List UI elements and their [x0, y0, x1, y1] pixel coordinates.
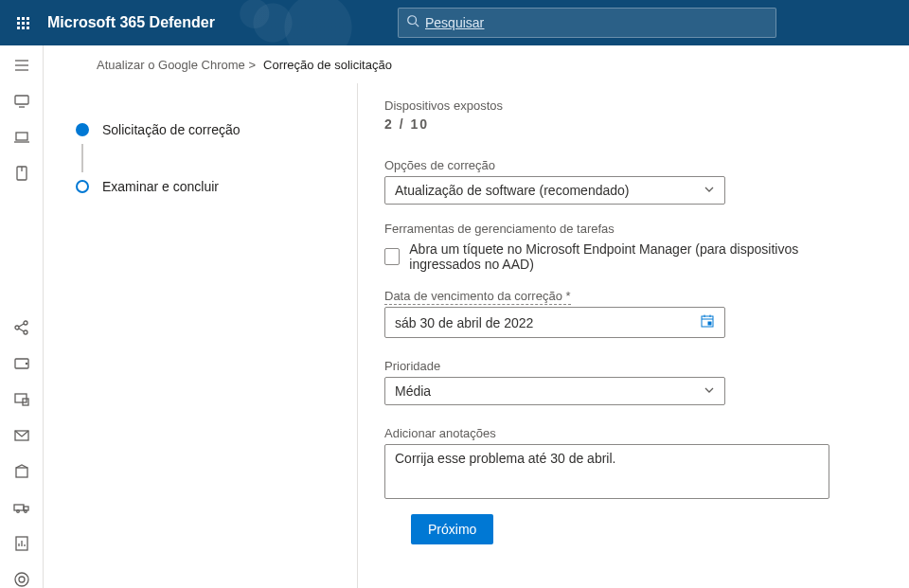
step-label: Examinar e concluir — [102, 179, 219, 194]
waffle-icon — [17, 17, 29, 29]
svg-point-13 — [24, 330, 27, 334]
app-launcher-button[interactable] — [0, 17, 45, 29]
svg-point-24 — [16, 510, 19, 513]
checkbox-icon[interactable] — [384, 248, 400, 265]
step-dot-icon — [76, 123, 89, 136]
breadcrumb-current: Correção de solicitação — [263, 58, 392, 72]
select-value: Média — [395, 383, 431, 399]
tablet-icon[interactable] — [13, 355, 30, 372]
form-footer: Próximo — [384, 499, 871, 563]
page-body: Atualizar o Google Chrome > Correção de … — [44, 45, 909, 588]
exposed-devices-label: Dispositivos expostos — [384, 98, 871, 113]
breadcrumb: Atualizar o Google Chrome > Correção de … — [44, 45, 909, 83]
due-date-input[interactable]: sáb 30 de abril de 2022 — [384, 307, 725, 338]
top-header: Microsoft 365 Defender — [0, 0, 909, 45]
svg-point-25 — [24, 510, 27, 513]
step-connector — [81, 144, 83, 172]
settings-icon[interactable] — [13, 571, 30, 588]
date-value: sáb 30 de abril de 2022 — [395, 315, 533, 330]
global-search[interactable] — [398, 8, 776, 38]
svg-line-15 — [19, 329, 24, 331]
exposed-devices-count: 2 / 10 — [384, 116, 871, 132]
svg-point-30 — [19, 577, 25, 582]
task-tools-label: Ferramentas de gerenciamento de tarefas — [384, 222, 871, 236]
svg-rect-5 — [15, 96, 28, 104]
truck-icon[interactable] — [13, 499, 30, 516]
chevron-down-icon — [704, 383, 715, 399]
priority-select[interactable]: Média — [384, 377, 725, 405]
chevron-down-icon — [704, 183, 715, 198]
hamburger-icon[interactable] — [13, 57, 30, 74]
share-icon[interactable] — [13, 319, 30, 336]
search-icon — [406, 14, 419, 31]
laptop-icon[interactable] — [13, 129, 30, 146]
notes-value: Corrija esse problema até 30 de abril. — [395, 451, 615, 466]
ticket-checkbox-row[interactable]: Abra um tíquete no Microsoft Endpoint Ma… — [384, 241, 871, 272]
select-value: Atualização de software (recomendado) — [395, 183, 629, 198]
svg-point-17 — [26, 363, 27, 364]
notes-textarea[interactable]: Corrija esse problema até 30 de abril. — [384, 444, 829, 499]
remediation-options-label: Opções de correção — [384, 158, 871, 172]
svg-point-12 — [24, 321, 27, 325]
svg-rect-36 — [708, 322, 711, 325]
svg-point-0 — [408, 16, 417, 25]
step-review[interactable]: Examinar e concluir — [76, 172, 338, 201]
step-dot-icon — [76, 180, 89, 193]
priority-label: Prioridade — [384, 359, 871, 373]
svg-rect-22 — [14, 505, 24, 510]
svg-point-31 — [15, 573, 28, 586]
svg-line-14 — [19, 324, 24, 327]
calendar-icon — [700, 313, 715, 331]
package-icon[interactable] — [13, 463, 30, 480]
search-input[interactable] — [425, 15, 768, 30]
product-title: Microsoft 365 Defender — [47, 14, 215, 31]
wizard-steps: Solicitação de correção Examinar e concl… — [44, 83, 358, 588]
svg-rect-21 — [16, 468, 27, 477]
step-label: Solicitação de correção — [102, 122, 241, 137]
svg-point-11 — [15, 326, 19, 330]
svg-line-1 — [416, 24, 419, 27]
due-date-label-text: Data de vencimento da correção * — [384, 289, 571, 305]
policy-icon[interactable] — [13, 165, 30, 182]
notes-label: Adicionar anotações — [384, 426, 871, 440]
breadcrumb-parent[interactable]: Atualizar o Google Chrome > — [97, 58, 256, 72]
left-nav-rail — [0, 45, 44, 588]
remediation-options-select[interactable]: Atualização de software (recomendado) — [384, 176, 725, 205]
remediation-form: Dispositivos expostos 2 / 10 Opções de c… — [358, 83, 909, 588]
mail-icon[interactable] — [13, 427, 30, 444]
due-date-label: Data de vencimento da correção * — [384, 289, 871, 303]
svg-rect-7 — [16, 133, 27, 140]
next-button[interactable]: Próximo — [411, 514, 493, 544]
device-icon[interactable] — [13, 93, 30, 110]
monitor-icon[interactable] — [13, 391, 30, 408]
ticket-checkbox-label: Abra um tíquete no Microsoft Endpoint Ma… — [409, 241, 871, 272]
step-request[interactable]: Solicitação de correção — [76, 116, 338, 144]
report-icon[interactable] — [13, 535, 30, 552]
